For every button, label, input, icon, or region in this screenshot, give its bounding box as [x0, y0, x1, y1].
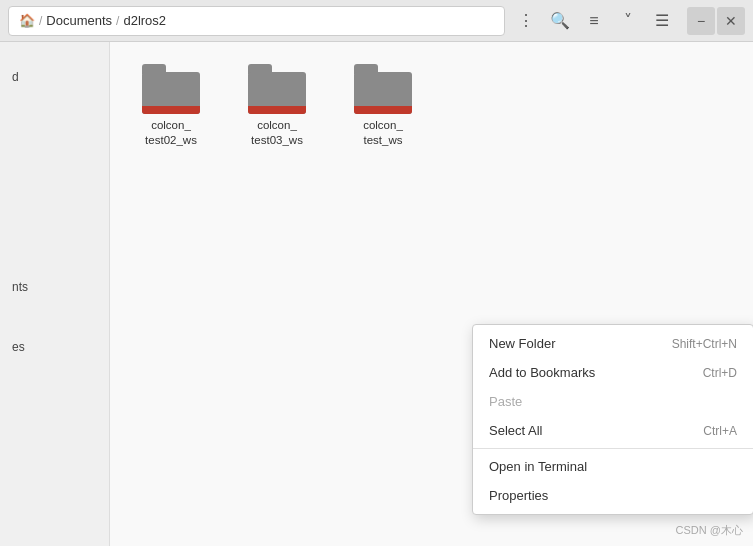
- separator-1: /: [39, 14, 42, 28]
- file-item-colcon-test[interactable]: colcon_test_ws: [338, 58, 428, 154]
- context-menu-add-bookmarks[interactable]: Add to Bookmarks Ctrl+D: [473, 358, 753, 387]
- context-menu-properties-label: Properties: [489, 488, 548, 503]
- context-menu-select-all-label: Select All: [489, 423, 542, 438]
- files-grid: colcon_test02_ws colcon_test03_ws colcon…: [126, 58, 737, 154]
- context-menu-new-folder-shortcut: Shift+Ctrl+N: [672, 337, 737, 351]
- file-area: colcon_test02_ws colcon_test03_ws colcon…: [110, 42, 753, 546]
- menu-button[interactable]: ☰: [647, 6, 677, 36]
- breadcrumb-documents[interactable]: Documents: [46, 13, 112, 28]
- breadcrumb[interactable]: 🏠 / Documents / d2lros2: [8, 6, 505, 36]
- folder-icon-3: [354, 64, 412, 114]
- file-item-colcon-test02[interactable]: colcon_test02_ws: [126, 58, 216, 154]
- sidebar-item-4[interactable]: es: [0, 334, 109, 360]
- folder-icon-2: [248, 64, 306, 114]
- context-menu-divider: [473, 448, 753, 449]
- context-menu-open-terminal[interactable]: Open in Terminal: [473, 452, 753, 481]
- context-menu-select-all[interactable]: Select All Ctrl+A: [473, 416, 753, 445]
- sidebar: d nts es: [0, 42, 110, 546]
- header-actions: ⋮ 🔍 ≡ ˅ ☰: [511, 6, 677, 36]
- context-menu-add-bookmarks-label: Add to Bookmarks: [489, 365, 595, 380]
- sidebar-item-5[interactable]: [0, 362, 109, 374]
- file-label-1: colcon_test02_ws: [145, 118, 197, 148]
- sidebar-item-1[interactable]: [0, 50, 109, 62]
- context-menu: New Folder Shift+Ctrl+N Add to Bookmarks…: [472, 324, 753, 515]
- minimize-button[interactable]: −: [687, 7, 715, 35]
- main-area: d nts es colcon_test02_ws: [0, 42, 753, 546]
- close-button[interactable]: ✕: [717, 7, 745, 35]
- context-menu-add-bookmarks-shortcut: Ctrl+D: [703, 366, 737, 380]
- separator-2: /: [116, 14, 119, 28]
- file-item-colcon-test03[interactable]: colcon_test03_ws: [232, 58, 322, 154]
- header: 🏠 / Documents / d2lros2 ⋮ 🔍 ≡ ˅ ☰ − ✕: [0, 0, 753, 42]
- window-controls: − ✕: [687, 7, 745, 35]
- more-button[interactable]: ⋮: [511, 6, 541, 36]
- breadcrumb-d2lros2[interactable]: d2lros2: [123, 13, 166, 28]
- context-menu-properties[interactable]: Properties: [473, 481, 753, 510]
- file-label-3: colcon_test_ws: [363, 118, 403, 148]
- context-menu-new-folder[interactable]: New Folder Shift+Ctrl+N: [473, 329, 753, 358]
- home-icon: 🏠: [19, 13, 35, 28]
- folder-icon-1: [142, 64, 200, 114]
- view-list-button[interactable]: ≡: [579, 6, 609, 36]
- context-menu-paste: Paste: [473, 387, 753, 416]
- context-menu-paste-label: Paste: [489, 394, 522, 409]
- sidebar-item-2[interactable]: d: [0, 64, 109, 90]
- context-menu-select-all-shortcut: Ctrl+A: [703, 424, 737, 438]
- view-chevron-button[interactable]: ˅: [613, 6, 643, 36]
- context-menu-open-terminal-label: Open in Terminal: [489, 459, 587, 474]
- sidebar-item-3[interactable]: nts: [0, 274, 109, 300]
- file-label-2: colcon_test03_ws: [251, 118, 303, 148]
- context-menu-new-folder-label: New Folder: [489, 336, 555, 351]
- watermark: CSDN @木心: [676, 523, 743, 538]
- search-button[interactable]: 🔍: [545, 6, 575, 36]
